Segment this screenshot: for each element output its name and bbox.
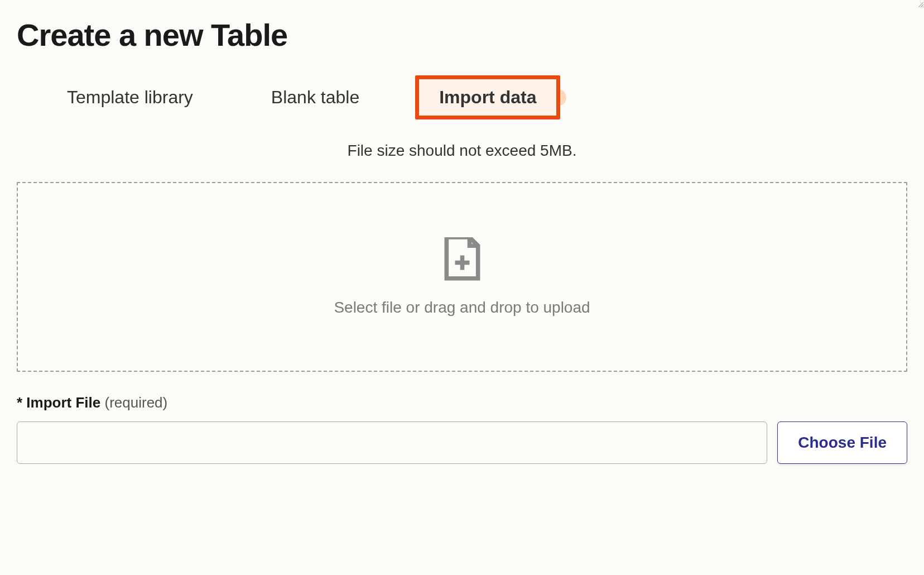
resize-handle-icon[interactable] <box>917 0 924 7</box>
svg-line-4 <box>923 7 923 7</box>
required-mark: * <box>17 394 22 411</box>
active-tab-indicator-icon <box>550 89 566 106</box>
tab-blank-table[interactable]: Blank table <box>249 75 382 119</box>
tab-import-data[interactable]: Import data <box>415 75 560 119</box>
import-file-label-row: * Import File (required) <box>17 394 907 411</box>
file-dropzone[interactable]: Select file or drag and drop to upload <box>17 182 907 372</box>
file-input-row: Choose File <box>17 421 907 464</box>
tab-template-library[interactable]: Template library <box>45 75 215 119</box>
file-size-hint: File size should not exceed 5MB. <box>17 142 907 160</box>
file-add-icon <box>444 237 480 283</box>
import-file-label: Import File <box>26 394 100 411</box>
dropzone-text: Select file or drag and drop to upload <box>334 299 590 317</box>
required-text: (required) <box>105 394 168 411</box>
svg-line-2 <box>918 2 923 7</box>
page-title: Create a new Table <box>17 17 907 53</box>
choose-file-button[interactable]: Choose File <box>777 421 907 464</box>
import-file-input[interactable] <box>17 421 767 464</box>
tab-import-data-label: Import data <box>439 87 536 107</box>
tabs-container: Template library Blank table Import data <box>45 75 907 119</box>
